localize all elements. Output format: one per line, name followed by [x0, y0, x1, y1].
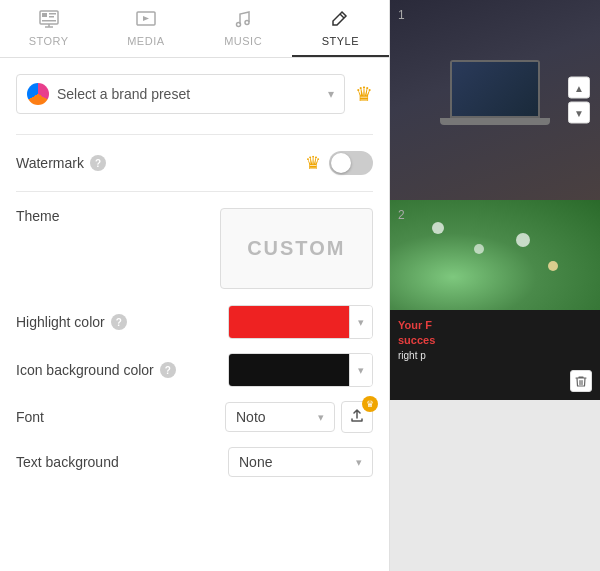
highlight-color-label: Highlight color ?	[16, 314, 228, 330]
slide-1-nav: ▲ ▼	[568, 77, 590, 124]
nature-bg	[390, 200, 600, 310]
slide-2-text-red: Your F succes	[398, 318, 592, 349]
highlight-color-row: Highlight color ? ▾	[16, 305, 373, 339]
left-panel: STORY MEDIA MUSIC	[0, 0, 390, 571]
nature-gradient	[390, 200, 600, 310]
svg-marker-8	[143, 16, 149, 21]
svg-point-10	[245, 21, 249, 25]
svg-rect-2	[49, 13, 56, 15]
slide-2-text-white: right p	[398, 349, 592, 363]
icon-bg-color-label: Icon background color ?	[16, 362, 228, 378]
icon-bg-color-picker[interactable]: ▾	[228, 353, 373, 387]
tab-media-label: MEDIA	[127, 35, 164, 47]
watermark-help-icon[interactable]: ?	[90, 155, 106, 171]
upload-icon	[350, 409, 364, 426]
laptop-shape	[440, 60, 550, 140]
font-controls: Noto ▾ ♛	[225, 401, 373, 433]
upload-crown-badge: ♛	[362, 396, 378, 412]
highlight-color-picker[interactable]: ▾	[228, 305, 373, 339]
flower-4	[548, 261, 558, 271]
tab-style[interactable]: STYLE	[292, 0, 389, 57]
slide-1-container: 1 ▲ ▼	[390, 0, 600, 200]
style-icon	[332, 10, 348, 31]
flower-3	[516, 233, 530, 247]
flower-1	[432, 222, 444, 234]
theme-label: Theme	[16, 208, 60, 224]
icon-bg-color-row: Icon background color ? ▾	[16, 353, 373, 387]
font-select[interactable]: Noto ▾	[225, 402, 335, 432]
text-background-select[interactable]: None ▾	[228, 447, 373, 477]
divider-2	[16, 191, 373, 192]
slide-1-number: 1	[398, 8, 405, 22]
theme-custom-box[interactable]: CUSTOM	[220, 208, 373, 289]
watermark-toggle[interactable]	[329, 151, 373, 175]
text-background-chevron-icon: ▾	[356, 456, 362, 469]
text-background-label: Text background	[16, 454, 228, 470]
laptop-screen	[450, 60, 540, 118]
tab-story-label: STORY	[29, 35, 69, 47]
music-icon	[235, 10, 251, 31]
svg-rect-4	[42, 20, 56, 22]
svg-line-11	[340, 14, 344, 18]
svg-rect-3	[49, 16, 54, 18]
font-row: Font Noto ▾ ♛	[16, 401, 373, 433]
panel-content: Select a brand preset ▾ ♛ Watermark ? ♛	[0, 58, 389, 571]
highlight-color-swatch	[229, 306, 349, 338]
tab-music-label: MUSIC	[224, 35, 262, 47]
slide-2-bottom: Your F succes right p	[390, 310, 600, 400]
slide-2-container: Your F succes right p 2	[390, 200, 600, 400]
watermark-label: Watermark ?	[16, 155, 305, 171]
font-upload-button[interactable]: ♛	[341, 401, 373, 433]
brand-preset-row: Select a brand preset ▾ ♛	[16, 74, 373, 114]
brand-preset-label: Select a brand preset	[57, 86, 320, 102]
tab-bar: STORY MEDIA MUSIC	[0, 0, 389, 58]
slide-2-image	[390, 200, 600, 310]
media-icon	[136, 10, 156, 31]
brand-color-icon	[27, 83, 49, 105]
font-value: Noto	[236, 409, 266, 425]
text-background-value: None	[239, 454, 348, 470]
brand-preset-select[interactable]: Select a brand preset ▾	[16, 74, 345, 114]
watermark-crown-icon: ♛	[305, 152, 321, 174]
font-chevron-icon: ▾	[318, 411, 324, 424]
nav-down-button[interactable]: ▼	[568, 102, 590, 124]
highlight-help-icon[interactable]: ?	[111, 314, 127, 330]
font-label: Font	[16, 409, 225, 425]
laptop-base	[440, 118, 550, 125]
icon-bg-help-icon[interactable]: ?	[160, 362, 176, 378]
right-panel: 1 ▲ ▼ Your F succe	[390, 0, 600, 571]
highlight-chevron-icon: ▾	[349, 306, 372, 338]
svg-point-9	[237, 23, 241, 27]
icon-bg-color-swatch	[229, 354, 349, 386]
watermark-right: ♛	[305, 151, 373, 175]
divider-1	[16, 134, 373, 135]
tab-story[interactable]: STORY	[0, 0, 97, 57]
svg-rect-1	[42, 13, 47, 17]
screen-content	[452, 62, 538, 116]
tab-media[interactable]: MEDIA	[97, 0, 194, 57]
theme-value: CUSTOM	[247, 237, 345, 259]
tab-style-label: STYLE	[322, 35, 359, 47]
brand-preset-chevron-icon: ▾	[328, 87, 334, 101]
watermark-row: Watermark ? ♛	[16, 151, 373, 175]
flowers-visual	[390, 200, 600, 310]
text-background-row: Text background None ▾	[16, 447, 373, 477]
slide-2-number: 2	[398, 208, 405, 222]
flower-2	[474, 244, 484, 254]
theme-section: Theme CUSTOM	[16, 208, 373, 289]
delete-slide-button[interactable]	[570, 370, 592, 392]
icon-bg-chevron-icon: ▾	[349, 354, 372, 386]
story-icon	[39, 10, 59, 31]
tab-music[interactable]: MUSIC	[195, 0, 292, 57]
toggle-knob	[331, 153, 351, 173]
nav-up-button[interactable]: ▲	[568, 77, 590, 99]
brand-crown-icon: ♛	[355, 82, 373, 106]
